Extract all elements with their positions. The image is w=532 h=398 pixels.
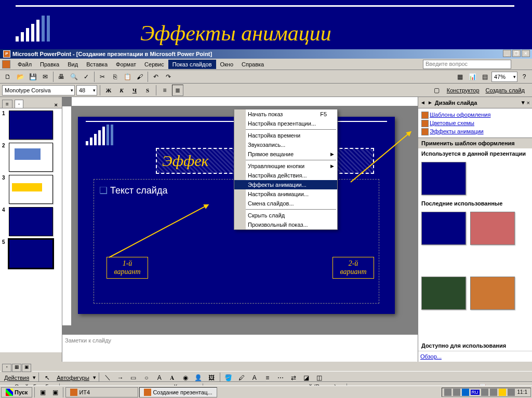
preview-button[interactable]: 🔍 — [68, 71, 79, 83]
quicklaunch-icon[interactable]: ▣ — [37, 387, 48, 398]
thumbnail-1[interactable]: 1 — [2, 111, 60, 140]
help-button[interactable]: ? — [518, 71, 530, 83]
thumbnail-5[interactable]: 5 — [2, 239, 60, 268]
menu-item[interactable]: Начать показF5 — [234, 109, 337, 119]
thumbnail-2[interactable]: 2 — [2, 143, 60, 172]
color-button[interactable]: ▤ — [479, 71, 490, 83]
doc-sysmenu-icon[interactable] — [2, 60, 10, 68]
template-thumbnail[interactable] — [421, 212, 466, 245]
template-current[interactable] — [421, 162, 466, 195]
thumbnail-4[interactable]: 4 — [2, 207, 60, 236]
new-button[interactable]: 🗋 — [2, 71, 14, 83]
link-color-schemes[interactable]: Цветовые схемы — [420, 119, 530, 127]
tray-icon[interactable] — [490, 389, 497, 396]
menu-file[interactable]: Файл — [14, 60, 36, 69]
format-painter-button[interactable]: 🖌 — [134, 71, 145, 83]
paste-button[interactable]: 📋 — [122, 71, 133, 83]
menu-item[interactable]: Скрыть слайд — [234, 211, 337, 220]
slideshow-icon[interactable]: ▢ — [431, 85, 443, 96]
slide-title-text[interactable]: Эффек — [162, 152, 209, 170]
bold-button[interactable]: Ж — [103, 85, 114, 96]
menu-help[interactable]: Справка — [237, 60, 268, 69]
align-center-button[interactable]: ≣ — [172, 85, 183, 96]
menu-item[interactable]: Смена слайдов... — [234, 199, 337, 208]
browse-link[interactable]: Обзор... — [418, 351, 532, 362]
link-animation-effects[interactable]: Эффекты анимации — [420, 127, 530, 135]
menu-item[interactable]: Настройка действия... — [234, 171, 337, 180]
minimize-button[interactable]: _ — [503, 50, 511, 57]
menu-view[interactable]: Вид — [63, 60, 82, 69]
notes-pane[interactable]: Заметки к слайду — [62, 333, 418, 362]
tray-icon[interactable] — [444, 389, 451, 396]
menu-item[interactable]: Произвольный показ... — [234, 220, 337, 229]
tables-button[interactable]: ▦ — [454, 71, 466, 83]
restore-button[interactable]: ❐ — [512, 50, 521, 57]
menu-tools[interactable]: Сервис — [140, 60, 168, 69]
zoom-combo[interactable]: 47% — [491, 72, 517, 82]
help-question-input[interactable]: Введите вопрос — [423, 60, 511, 69]
menu-edit[interactable]: Правка — [36, 60, 63, 69]
menu-slideshow[interactable]: Показ слайдов — [168, 60, 216, 69]
thumbnail-list[interactable]: 1 2 3 4 5 — [0, 108, 62, 352]
menu-item[interactable]: Звукозапись... — [234, 140, 337, 149]
tray-icon[interactable] — [481, 389, 488, 396]
taskpane-header[interactable]: ◄ ► Дизайн слайда ▾ × — [418, 97, 532, 108]
tray-icon[interactable] — [508, 389, 515, 396]
taskpane-back-icon[interactable]: ◄ — [420, 100, 425, 105]
thumbnail-3[interactable]: 3 — [2, 175, 60, 204]
draw-actions-menu[interactable]: Действия — [2, 374, 31, 382]
print-button[interactable]: 🖶 — [56, 71, 67, 83]
menu-item[interactable]: Настройка времени — [234, 131, 337, 140]
italic-button[interactable]: К — [116, 85, 127, 96]
link-templates[interactable]: Шаблоны оформления — [420, 111, 530, 119]
cut-button[interactable]: ✂ — [97, 71, 108, 83]
fontsize-combo[interactable]: 48 — [76, 85, 97, 95]
taskbar-task[interactable]: ИТ4 — [65, 387, 138, 397]
taskpane-fwd-icon[interactable]: ► — [428, 100, 433, 105]
spelling-button[interactable]: ✓ — [81, 71, 92, 83]
tray-icon[interactable] — [462, 389, 469, 396]
taskbar-task[interactable]: Создание презентац... — [139, 387, 217, 397]
taskpane-close-button[interactable]: × — [527, 100, 530, 106]
clock[interactable]: 11:1 — [516, 389, 528, 395]
taskpane-dropdown-icon[interactable]: ▾ — [522, 99, 525, 106]
template-thumbnail[interactable] — [470, 277, 515, 310]
align-left-button[interactable]: ≡ — [159, 85, 170, 96]
tray-icon[interactable] — [499, 389, 506, 396]
template-thumbnail[interactable] — [470, 212, 515, 245]
menu-format[interactable]: Формат — [112, 60, 140, 69]
tab-outline[interactable]: ≡ — [2, 100, 12, 108]
template-thumbnail[interactable] — [421, 277, 466, 310]
language-indicator[interactable]: RU — [471, 390, 480, 395]
menu-item[interactable]: Настройка анимации... — [234, 189, 337, 199]
tab-close-button[interactable]: × — [52, 102, 60, 108]
titlebar[interactable]: P Microsoft PowerPoint - [Создание презе… — [0, 49, 532, 59]
designer-button[interactable]: Конструктор — [445, 86, 482, 94]
save-button[interactable]: 💾 — [27, 71, 38, 83]
close-button[interactable]: × — [522, 50, 530, 57]
menu-insert[interactable]: Вставка — [82, 60, 112, 69]
menu-window[interactable]: Окно — [216, 60, 238, 69]
autoshapes-menu[interactable]: Автофигуры — [55, 374, 91, 382]
font-combo[interactable]: Monotype Corsiva — [2, 85, 75, 95]
start-button[interactable]: Пуск — [1, 387, 32, 397]
newslide-button[interactable]: Создать слайд — [484, 86, 527, 94]
undo-button[interactable]: ↶ — [150, 71, 162, 83]
email-button[interactable]: ✉ — [39, 71, 51, 83]
chart-button[interactable]: 📊 — [467, 71, 478, 83]
menu-item[interactable]: Эффекты анимации... — [234, 180, 337, 189]
underline-button[interactable]: Ч — [129, 85, 140, 96]
menu-item[interactable]: Настройка презентации... — [234, 119, 337, 128]
tray-icon[interactable] — [453, 389, 460, 396]
open-button[interactable]: 📂 — [15, 71, 26, 83]
quicklaunch-icon[interactable]: ▣ — [49, 387, 61, 398]
view-slideshow-button[interactable]: ▣ — [22, 364, 31, 372]
menu-item[interactable]: Прямое вещание▶ — [234, 149, 337, 159]
shadow-button[interactable]: S — [142, 85, 153, 96]
view-sorter-button[interactable]: ▦ — [12, 364, 21, 372]
copy-button[interactable]: ⎘ — [109, 71, 121, 83]
view-normal-button[interactable]: ▫ — [2, 364, 11, 372]
redo-button[interactable]: ↷ — [163, 71, 174, 83]
tab-slides[interactable]: ▫ — [15, 100, 24, 108]
menu-item[interactable]: Управляющие кнопки▶ — [234, 161, 337, 171]
